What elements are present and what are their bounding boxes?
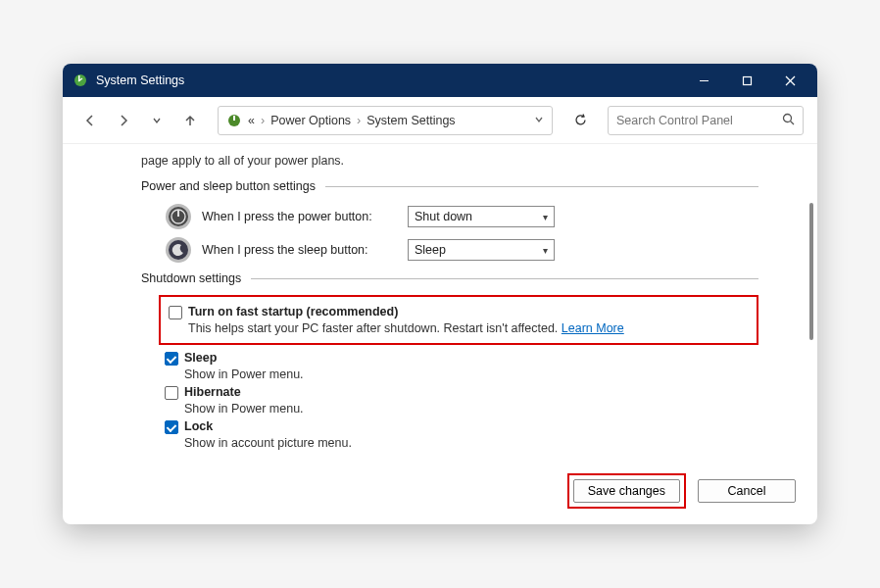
power-button-label: When I press the power button: [202,210,398,223]
sleep-option-label: Sleep [184,351,217,365]
hibernate-checkbox[interactable] [165,386,178,400]
section-power-buttons: Power and sleep button settings [141,179,758,193]
power-button-dropdown[interactable]: Shut down ▾ [408,206,555,227]
lock-option-desc: Show in account picture menu. [184,436,758,450]
forward-button[interactable] [110,107,137,134]
lock-checkbox[interactable] [165,420,178,434]
fast-startup-desc: This helps start your PC faster after sh… [188,321,753,335]
maximize-button[interactable] [725,64,768,97]
recent-dropdown[interactable] [143,107,171,134]
sleep-button-dropdown[interactable]: Sleep ▾ [408,239,555,261]
titlebar: System Settings [63,64,817,97]
sleep-option-row: Sleep [165,351,758,366]
sleep-checkbox[interactable] [165,352,178,366]
breadcrumb-power-options[interactable]: Power Options [270,114,351,127]
power-icon [165,203,192,230]
search-input[interactable] [616,114,782,127]
minimize-button[interactable] [682,64,725,97]
sleep-option-desc: Show in Power menu. [184,368,758,381]
section-shutdown: Shutdown settings [141,271,758,285]
power-button-value: Shut down [415,210,472,223]
breadcrumb-overflow[interactable]: « [248,114,255,127]
breadcrumb-system-settings[interactable]: System Settings [367,114,455,127]
sleep-button-row: When I press the sleep button: Sleep ▾ [165,236,758,264]
power-options-icon [226,113,242,128]
intro-text: page apply to all of your power plans. [141,154,758,168]
scrollbar-thumb[interactable] [809,203,813,340]
learn-more-link[interactable]: Learn More [562,321,624,335]
search-icon [782,112,795,129]
close-button[interactable] [768,64,811,97]
divider [325,186,758,187]
hibernate-option-label: Hibernate [184,385,241,399]
cancel-button[interactable]: Cancel [698,479,796,503]
toolbar: « › Power Options › System Settings [63,97,817,144]
button-bar: Save changes Cancel [63,473,817,524]
window-title: System Settings [96,74,682,87]
save-changes-button[interactable]: Save changes [573,479,680,503]
system-settings-window: System Settings « › Power Options › Syst… [63,64,817,524]
app-icon [73,73,88,88]
address-dropdown[interactable] [534,114,544,127]
fast-startup-label: Turn on fast startup (recommended) [188,305,398,318]
section-heading: Power and sleep button settings [141,179,325,193]
section-heading: Shutdown settings [141,271,251,285]
chevron-down-icon: ▾ [543,245,548,256]
sleep-button-value: Sleep [415,243,446,257]
svg-rect-7 [233,116,235,121]
hibernate-option-row: Hibernate [165,385,758,400]
hibernate-option-desc: Show in Power menu. [184,402,758,416]
lock-option-label: Lock [184,419,213,433]
sleep-button-label: When I press the sleep button: [202,243,398,257]
save-highlight: Save changes [567,473,686,509]
chevron-right-icon: › [261,114,265,127]
fast-startup-highlight: Turn on fast startup (recommended) This … [159,295,758,345]
chevron-right-icon: › [357,114,361,127]
chevron-down-icon: ▾ [543,212,548,222]
content-area: page apply to all of your power plans. P… [63,144,817,473]
svg-rect-3 [743,76,751,84]
svg-point-8 [784,114,792,122]
svg-rect-13 [177,210,179,217]
back-button[interactable] [76,107,104,134]
search-box[interactable] [608,106,804,135]
refresh-button[interactable] [566,107,594,134]
address-bar[interactable]: « › Power Options › System Settings [218,106,553,135]
sleep-icon [165,236,192,264]
svg-line-9 [791,121,795,124]
lock-option-row: Lock [165,419,758,434]
up-button[interactable] [176,107,204,134]
power-button-row: When I press the power button: Shut down… [165,203,758,230]
divider [251,278,758,279]
fast-startup-checkbox[interactable] [169,306,182,319]
